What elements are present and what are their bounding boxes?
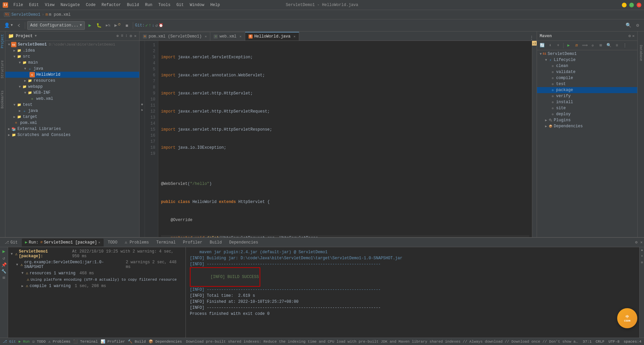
tab-run[interactable]: ▶ Run: m ServletDemo1 [package] ✕ <box>22 238 104 247</box>
tree-pomxml[interactable]: m pom.xml <box>5 120 139 126</box>
code-content[interactable]: import javax.servlet.ServletException; i… <box>158 41 532 237</box>
run-play-button[interactable]: ▶ <box>2 249 5 254</box>
maven-skip-button[interactable]: ⊘ <box>589 42 596 49</box>
maven-lifecycle-site[interactable]: ⚙ site <box>537 105 637 111</box>
stop-button[interactable]: ◼ <box>123 21 131 30</box>
settings-button[interactable]: ⚙ <box>634 21 641 30</box>
run-config-dropdown[interactable]: Add Configuration... ▼ <box>27 21 85 30</box>
maven-lifecycle-package[interactable]: ⚙ package <box>537 87 637 93</box>
menu-tools[interactable]: Tools <box>156 2 173 8</box>
breadcrumb-pom[interactable]: m m pom.xml <box>46 12 71 17</box>
tree-webinf[interactable]: ▼ 📁 WEB-INF <box>5 90 139 96</box>
menu-refactor[interactable]: Refactor <box>99 2 124 8</box>
tab-problems[interactable]: ⚠ Problems <box>121 238 152 247</box>
maven-m-button[interactable]: m <box>573 42 580 49</box>
maven-run-button[interactable]: ▶ <box>565 42 572 49</box>
project-icon-4[interactable]: ⚙ <box>130 33 132 39</box>
warning-indicator[interactable]: ⚠1 <box>532 41 537 46</box>
git-pull-button[interactable]: ↓ <box>152 23 155 28</box>
close-button[interactable]: ✕ <box>637 3 641 7</box>
indent-info[interactable]: spaces:4 <box>624 340 641 344</box>
tree-webxml[interactable]: ⊠ web.xml <box>5 96 139 102</box>
tree-test-java[interactable]: ▶ ☕ java <box>5 108 139 114</box>
maven-parallel-button[interactable]: ⟹ <box>581 42 588 49</box>
minimize-button[interactable]: — <box>622 3 627 7</box>
maven-add-button[interactable]: + <box>554 42 562 49</box>
tree-webapp[interactable]: ▼ 📁 webapp <box>5 84 139 90</box>
tab-webxml[interactable]: x web.xml ✕ <box>210 32 245 41</box>
sidebar-structure-label[interactable]: Structure <box>1 60 4 78</box>
tree-scratches[interactable]: ▶ 📁 Scratches and Consoles <box>5 132 139 138</box>
tab-profiler[interactable]: Profiler <box>180 238 206 247</box>
sidebar-database-label[interactable]: Database <box>639 45 643 61</box>
run-tab-close[interactable]: ✕ <box>98 240 100 245</box>
maven-lifecycle-test[interactable]: ⚙ test <box>537 81 637 87</box>
tree-src[interactable]: ▼ 📁 src <box>5 54 139 60</box>
maven-lifecycle-verify[interactable]: ⚙ verify <box>537 93 637 99</box>
code-editor[interactable]: ◉ ⚑ 12345 678910 1112131415 16171819 imp… <box>140 41 537 237</box>
tree-resources[interactable]: ▶ 📁 resources <box>5 78 139 84</box>
profile-run-button[interactable]: ▶⏱ <box>113 21 122 30</box>
run-item-root[interactable]: ▼ ⚠ ServletDemo1 [package]: At 2022/10/1… <box>9 249 184 259</box>
maven-refresh-button[interactable]: 🔄 <box>538 42 546 49</box>
tab-build[interactable]: Build <box>206 238 225 247</box>
status-message[interactable]: Download pre-built shared indexes: Reduc… <box>186 340 579 344</box>
git-history-button[interactable]: ⏰ <box>159 23 163 27</box>
debug-button[interactable]: 🐛 <box>95 21 103 30</box>
menu-file[interactable]: File <box>11 2 26 8</box>
scroll-list-button[interactable]: ≡ <box>640 254 644 259</box>
tree-extlibs[interactable]: ▶ 📚 External Libraries <box>5 126 139 132</box>
git-revert-button[interactable]: ↺ <box>155 23 158 28</box>
menu-edit[interactable]: Edit <box>26 2 42 8</box>
run-item-encoding[interactable]: ⚠ Using platform encoding (UTF-8 actuall… <box>9 276 184 283</box>
tab-dependencies[interactable]: Dependencies <box>226 238 261 247</box>
tab-close-web[interactable]: ✕ <box>239 34 241 39</box>
git-update-button[interactable]: ✓ <box>145 23 148 28</box>
maven-more-button[interactable]: ⋮ <box>621 42 629 49</box>
csdn-watermark[interactable]: 中 CSDN <box>617 308 637 328</box>
maven-settings-icon[interactable]: ⚙ <box>629 33 631 39</box>
tree-test[interactable]: ▼ 📁 test <box>5 102 139 108</box>
terminal-status-icon[interactable]: ⬛ Terminal <box>73 339 98 344</box>
maven-close-icon[interactable]: ✕ <box>632 33 635 39</box>
git-push-button[interactable]: ↑ <box>149 23 151 28</box>
maven-search-button[interactable]: 🔍 <box>605 42 612 49</box>
problems-status-icon[interactable]: ⚠ Problems <box>48 339 70 344</box>
sidebar-project-label[interactable]: Project <box>1 34 4 48</box>
cursor-position[interactable]: 37:1 <box>583 340 591 344</box>
menu-window[interactable]: Window <box>187 2 207 8</box>
tree-target[interactable]: ▶ 📁 target <box>5 114 139 120</box>
breadcrumb-project[interactable]: S1 ServletDemo1 <box>4 12 40 17</box>
run-item-resources[interactable]: ▼ ⚠ resources 1 warning 468 ms <box>9 270 184 276</box>
deps-status-icon[interactable]: 📦 Dependencies <box>149 339 182 344</box>
build-status-icon[interactable]: 🔨 Build <box>128 339 146 344</box>
run-rerun-button[interactable]: ↺ <box>3 256 5 261</box>
maven-root[interactable]: ▼ S1 ServletDemo1 <box>537 51 637 57</box>
run-status-icon[interactable]: ▶ Run <box>18 339 30 344</box>
sidebar-bookmarks-label[interactable]: Bookmarks <box>1 90 4 109</box>
maven-plugins[interactable]: ▶ 🔌 Plugins <box>537 117 637 123</box>
tab-overflow-button[interactable]: ⋮ <box>527 35 537 41</box>
maven-filter-button[interactable]: ≡ <box>613 42 621 49</box>
run-wrench-button[interactable]: 🔧 <box>1 269 6 274</box>
profile-button[interactable]: 👤 ▼ <box>3 21 14 30</box>
tab-close-pom[interactable]: ✕ <box>205 34 207 39</box>
menu-build[interactable]: Build <box>124 2 142 8</box>
run-item-compile[interactable]: ▶ ⚠ compile 1 warning 1 sec, 208 ms <box>9 283 184 289</box>
tree-helloworld[interactable]: C HelloWorld <box>5 72 139 78</box>
run-item-snapshot[interactable]: ▼ ⚠ org.example:ServletDemo1:jar:1.0-SNA… <box>9 259 184 270</box>
maven-lifecycle-deploy[interactable]: ⚙ deploy <box>537 111 637 117</box>
scroll-up-button[interactable]: ▲ <box>640 248 644 253</box>
maven-lifecycle-compile[interactable]: ⚙ compile <box>537 75 637 81</box>
project-icon-5[interactable]: ✕ <box>134 33 137 39</box>
run-pin-button[interactable]: 📌 <box>1 262 7 268</box>
run-expand-button[interactable]: ⊞ <box>3 275 5 280</box>
tab-pomxml[interactable]: m pom.xml (ServletDemo1) ✕ <box>140 32 210 41</box>
menu-view[interactable]: View <box>42 2 57 8</box>
maven-lifecycle[interactable]: ▼ ⚡ Lifecycle <box>537 57 637 63</box>
maximize-button[interactable]: □ <box>629 3 634 7</box>
bottom-close-icon[interactable]: ✕ <box>640 240 643 245</box>
project-dropdown[interactable]: ▼ <box>35 34 37 38</box>
project-icon-2[interactable]: ≡ <box>121 33 123 39</box>
tab-git[interactable]: ⎇ Git <box>1 238 21 247</box>
